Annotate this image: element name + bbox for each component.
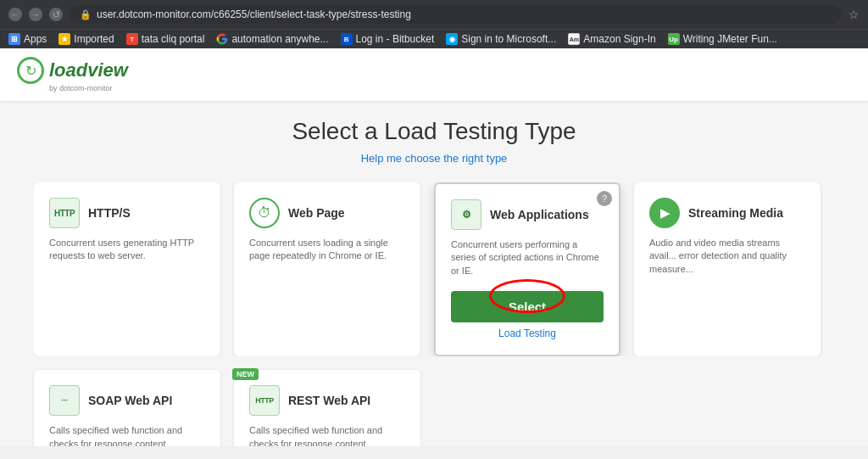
select-button-container: Select: [451, 277, 604, 322]
google-icon: [216, 33, 228, 45]
card-soap-title: SOAP Web API: [88, 394, 172, 407]
bookmark-star-button[interactable]: ☆: [849, 8, 860, 21]
card-soap-header: ··· SOAP Web API: [49, 385, 205, 416]
card-webapps[interactable]: ? ⚙ Web Applications Concurrent users pe…: [434, 182, 620, 356]
page-content: ↻ loadview by dotcom-monitor Select a Lo…: [0, 48, 868, 446]
soap-icon: ···: [49, 385, 80, 416]
bookmark-apps[interactable]: ⊞ Apps: [8, 33, 47, 45]
browser-chrome: ← → ↺ 🔒 user.dotcom-monitor.com/c66255/c…: [0, 0, 868, 48]
card-webpage-title: Web Page: [288, 206, 345, 220]
card-webpage[interactable]: ⏱ Web Page Concurrent users loading a si…: [234, 182, 420, 356]
bookmark-jmeter[interactable]: Up Writing JMeter Fun...: [668, 33, 777, 45]
page-title: Select a Load Testing Type: [34, 118, 834, 145]
help-link-container: Help me choose the right type: [34, 150, 834, 165]
card-streaming[interactable]: ▶ Streaming Media Audio and video media …: [634, 182, 821, 356]
logo-text: loadview: [49, 59, 128, 81]
card-webapps-title: Web Applications: [490, 208, 589, 221]
card-streaming-desc: Audio and video media streams avail... e…: [649, 237, 805, 276]
microsoft-icon: ◉: [446, 33, 458, 45]
card-webpage-header: ⏱ Web Page: [249, 198, 405, 228]
card-webapps-header: ⚙ Web Applications: [451, 199, 604, 230]
cards-row-2: ··· SOAP Web API Calls specified web fun…: [34, 370, 834, 446]
card-rest-title: REST Web API: [288, 394, 370, 407]
card-webapps-desc: Concurrent users performing a series of …: [451, 238, 604, 277]
card-https-title: HTTP/S: [88, 206, 131, 220]
card-streaming-header: ▶ Streaming Media: [649, 198, 805, 228]
bookmark-microsoft[interactable]: ◉ Sign in to Microsoft...: [446, 33, 556, 45]
reload-button[interactable]: ↺: [49, 8, 63, 21]
card-rest[interactable]: NEW HTTP REST Web API Calls specified we…: [234, 370, 420, 446]
loadview-logo[interactable]: ↻ loadview by dotcom-monitor: [17, 57, 128, 92]
card-soap-desc: Calls specified web function and checks …: [49, 424, 205, 446]
bookmark-amazon-label: Amazon Sign-In: [583, 33, 655, 45]
card-https-header: HTTP HTTP/S: [49, 198, 205, 228]
card-rest-header: HTTP REST Web API: [249, 385, 405, 416]
bookmark-apps-label: Apps: [24, 33, 47, 45]
webpage-icon: ⏱: [249, 198, 280, 228]
tata-icon: T: [126, 33, 138, 45]
url-text: user.dotcom-monitor.com/c66255/client/se…: [97, 8, 411, 20]
browser-nav: ← → ↺ 🔒 user.dotcom-monitor.com/c66255/c…: [0, 0, 868, 29]
bookmarks-bar: ⊞ Apps ★ Imported T tata cliq portal aut…: [0, 29, 868, 48]
cards-row-1: HTTP HTTP/S Concurrent users generating …: [34, 182, 834, 356]
site-header: ↻ loadview by dotcom-monitor: [0, 48, 868, 101]
lock-icon: 🔒: [80, 9, 92, 20]
bookmark-tata[interactable]: T tata cliq portal: [126, 33, 205, 45]
jmeter-icon: Up: [668, 33, 680, 45]
amazon-icon: Am: [568, 33, 580, 45]
card-soap[interactable]: ··· SOAP Web API Calls specified web fun…: [34, 370, 220, 446]
streaming-icon: ▶: [649, 198, 680, 228]
bookmark-bitbucket-label: Log in - Bitbucket: [356, 33, 435, 45]
address-bar[interactable]: 🔒 user.dotcom-monitor.com/c66255/client/…: [70, 5, 842, 24]
help-link[interactable]: Help me choose the right type: [361, 152, 508, 165]
forward-button[interactable]: →: [29, 8, 42, 21]
bookmark-google[interactable]: automation anywhe...: [216, 33, 328, 45]
card-https-desc: Concurrent users generating HTTP request…: [49, 237, 205, 263]
bookmark-jmeter-label: Writing JMeter Fun...: [683, 33, 777, 45]
card-https[interactable]: HTTP HTTP/S Concurrent users generating …: [34, 182, 220, 356]
https-icon: HTTP: [49, 198, 80, 228]
webapp-icon: ⚙: [451, 199, 481, 230]
card-rest-desc: Calls specified web function and checks …: [249, 424, 405, 446]
main-section: Select a Load Testing Type Help me choos…: [0, 101, 868, 446]
help-badge[interactable]: ?: [597, 191, 612, 206]
imported-icon: ★: [58, 33, 70, 45]
bookmark-imported-label: Imported: [74, 33, 114, 45]
new-badge: NEW: [232, 368, 259, 380]
logo-subtext: by dotcom-monitor: [49, 84, 113, 92]
bookmark-tata-label: tata cliq portal: [142, 33, 205, 45]
card-webpage-desc: Concurrent users loading a single page r…: [249, 237, 405, 263]
bookmark-google-label: automation anywhe...: [231, 33, 328, 45]
bookmark-bitbucket[interactable]: B Log in - Bitbucket: [341, 33, 435, 45]
load-testing-link[interactable]: Load Testing: [451, 327, 604, 339]
rest-icon: HTTP: [249, 385, 280, 416]
back-button[interactable]: ←: [8, 8, 22, 21]
logo-circle-icon: ↻: [17, 57, 44, 84]
select-button[interactable]: Select: [451, 291, 604, 322]
apps-icon: ⊞: [8, 33, 20, 45]
bookmark-imported[interactable]: ★ Imported: [58, 33, 114, 45]
bookmark-microsoft-label: Sign in to Microsoft...: [461, 33, 556, 45]
bookmark-amazon[interactable]: Am Amazon Sign-In: [568, 33, 655, 45]
card-streaming-title: Streaming Media: [688, 206, 783, 220]
bitbucket-icon: B: [341, 33, 353, 45]
